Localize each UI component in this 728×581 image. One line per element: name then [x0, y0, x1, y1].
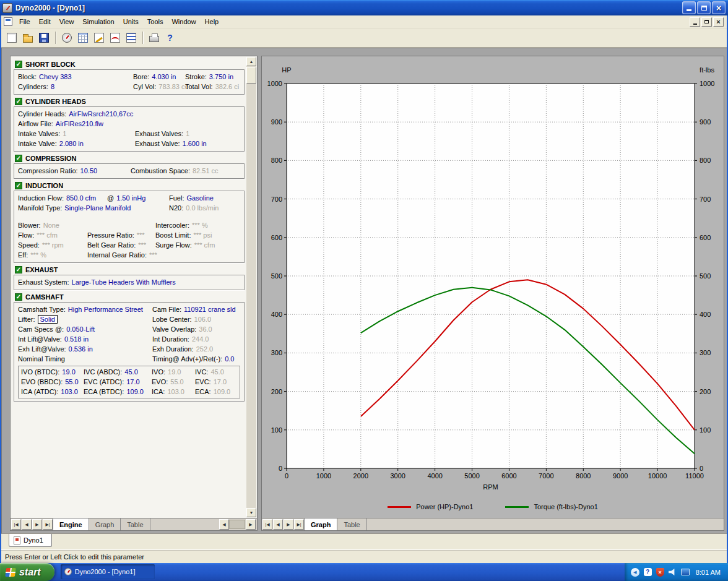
hscroll-right-button[interactable]: ▶: [246, 519, 256, 530]
menu-help[interactable]: Help: [201, 17, 223, 27]
value-intake-valves[interactable]: 1: [63, 130, 66, 137]
value-boost-limit[interactable]: *** psi: [193, 231, 212, 239]
volume-icon[interactable]: [669, 569, 677, 576]
vertical-scrollbar[interactable]: [246, 57, 256, 517]
tab-table[interactable]: Table: [337, 519, 366, 530]
value-lifter[interactable]: Solid: [38, 315, 58, 324]
minimize-button[interactable]: [682, 1, 696, 14]
value-cylinders[interactable]: 8: [51, 83, 54, 90]
last-tab-button[interactable]: ▶|: [43, 519, 53, 530]
camshaft-checkbox[interactable]: [15, 293, 22, 301]
menu-file[interactable]: File: [15, 17, 35, 27]
power-graph-button[interactable]: [107, 30, 123, 46]
tab-engine[interactable]: Engine: [53, 519, 89, 530]
iteration-tool-button[interactable]: [123, 30, 139, 46]
scroll-up-button[interactable]: [246, 57, 256, 66]
value-cylinder-heads[interactable]: AirFlwRsrch210,67cc: [69, 110, 133, 118]
value-valve-overlap[interactable]: 36.0: [199, 325, 212, 333]
exhaust-checkbox[interactable]: [15, 266, 22, 273]
value-lobe-center[interactable]: 106.0: [194, 316, 212, 323]
tab-dyno1[interactable]: Dyno1: [9, 534, 52, 547]
restore-button[interactable]: [697, 1, 711, 14]
close-button[interactable]: ×: [712, 1, 726, 14]
value-exh-duration[interactable]: 252.0: [196, 345, 214, 353]
value-induction-flow[interactable]: 850.0 cfm: [66, 194, 96, 202]
hidden-icons-chevron-icon[interactable]: [631, 568, 639, 577]
value-exhaust-valves[interactable]: 1: [186, 130, 189, 137]
scroll-down-button[interactable]: [246, 508, 256, 517]
value-exhaust-system[interactable]: Large-Tube Headers With Mufflers: [72, 278, 176, 286]
value-int-duration[interactable]: 244.0: [192, 335, 209, 343]
next-tab-button[interactable]: ▶: [32, 519, 42, 530]
menu-view[interactable]: View: [55, 17, 79, 27]
value-stroke[interactable]: 3.750 in: [209, 73, 233, 80]
value-block[interactable]: Chevy 383: [39, 73, 72, 80]
menu-edit[interactable]: Edit: [35, 17, 55, 27]
data-table-button[interactable]: [75, 30, 90, 46]
save-file-button[interactable]: [36, 30, 51, 46]
new-file-button[interactable]: [4, 30, 19, 46]
value-ivc[interactable]: 45.0: [210, 368, 223, 376]
cylinder-heads-checkbox[interactable]: [15, 98, 22, 105]
value-[interactable]: 1.50 inHg: [116, 194, 145, 202]
print-button[interactable]: [146, 30, 162, 46]
value-int-lift-valve[interactable]: 0.518 in: [64, 335, 89, 343]
value-eca[interactable]: 109.0: [214, 388, 231, 395]
compression-checkbox[interactable]: [15, 155, 22, 162]
value-blower[interactable]: None: [43, 222, 59, 229]
menu-tools[interactable]: Tools: [143, 17, 168, 27]
value-exhaust-valve[interactable]: 1.600 in: [183, 140, 207, 147]
next-tab-button[interactable]: ▶: [284, 519, 293, 530]
hscroll-left-button[interactable]: ◀: [219, 519, 229, 530]
help-notification-icon[interactable]: [644, 568, 652, 576]
first-tab-button[interactable]: |◀: [11, 519, 21, 530]
value-bore[interactable]: 4.030 in: [152, 73, 176, 80]
value-cyl-vol[interactable]: 783.83 cc: [158, 83, 188, 90]
value-evo-bbdc[interactable]: 55.0: [65, 378, 78, 385]
value-fuel[interactable]: Gasoline: [186, 194, 213, 202]
mdi-restore-button[interactable]: [701, 17, 712, 27]
tab-graph[interactable]: Graph: [89, 519, 121, 530]
document-icon[interactable]: [4, 17, 12, 26]
first-tab-button[interactable]: |◀: [262, 519, 272, 530]
value-ivo[interactable]: 19.0: [168, 368, 181, 376]
mdi-close-button[interactable]: ×: [713, 17, 724, 27]
tab-table[interactable]: Table: [121, 519, 150, 530]
value-ivc-abdc[interactable]: 45.0: [124, 368, 137, 376]
value-cam-specs[interactable]: 0.050-Lift: [66, 325, 95, 333]
value-speed[interactable]: *** rpm: [42, 241, 64, 249]
scrollbar-thumb[interactable]: [246, 67, 256, 84]
value-total-vol[interactable]: 382.6 ci: [215, 83, 240, 90]
value-camshaft-type[interactable]: High Performance Street: [68, 306, 143, 313]
value-timing-adv-ret[interactable]: 0.0: [225, 355, 234, 363]
value-intake-valve[interactable]: 2.080 in: [59, 140, 84, 147]
induction-checkbox[interactable]: [15, 182, 22, 189]
short-block-checkbox[interactable]: [15, 61, 22, 68]
value-airflow-file[interactable]: AirFlRes210.flw: [56, 120, 103, 127]
prev-tab-button[interactable]: ◀: [22, 519, 32, 530]
value-ivo-btdc[interactable]: 19.0: [62, 368, 75, 376]
start-button[interactable]: start: [0, 563, 54, 581]
value-pressure-ratio[interactable]: ***: [137, 231, 145, 239]
value-manifold-type[interactable]: Single-Plane Manifold: [64, 204, 131, 212]
last-tab-button[interactable]: ▶|: [294, 519, 304, 530]
menu-simulation[interactable]: Simulation: [78, 17, 118, 27]
value-surge-flow[interactable]: *** cfm: [194, 241, 215, 249]
tab-graph[interactable]: Graph: [304, 519, 337, 530]
menu-window[interactable]: Window: [167, 17, 200, 27]
help-button[interactable]: [162, 30, 178, 46]
value-evc-atdc[interactable]: 17.0: [126, 378, 139, 385]
edit-parameters-button[interactable]: [91, 30, 106, 46]
value-intercooler[interactable]: *** %: [192, 222, 208, 229]
value-n20[interactable]: 0.0 lbs/min: [186, 204, 219, 212]
value-ica[interactable]: 103.0: [167, 388, 184, 395]
open-file-button[interactable]: [20, 30, 35, 46]
value-evc[interactable]: 17.0: [214, 378, 227, 385]
value-eca-btdc[interactable]: 109.0: [126, 388, 144, 395]
value-compression-ratio[interactable]: 10.50: [80, 167, 98, 174]
menu-units[interactable]: Units: [119, 17, 143, 27]
value-belt-gear-ratio[interactable]: ***: [138, 241, 146, 249]
value-combustion-space[interactable]: 82.51 cc: [193, 167, 219, 174]
taskbar-app-button[interactable]: Dyno2000 - [Dyno1]: [61, 564, 155, 579]
value-exh-lift-valve[interactable]: 0.536 in: [69, 345, 93, 353]
